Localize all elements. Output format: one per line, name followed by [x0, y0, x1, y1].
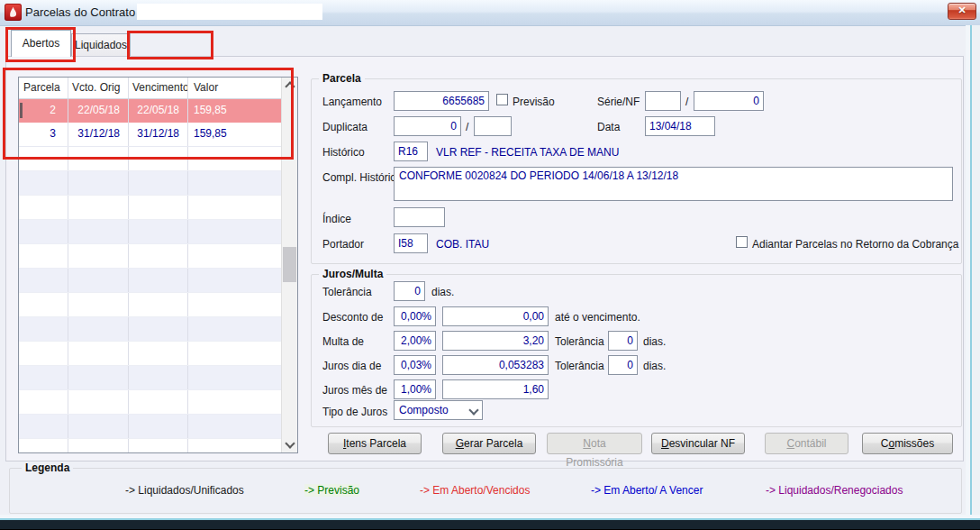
- column-header-vencimento[interactable]: Vencimento: [129, 78, 188, 98]
- juros-dia-tolerancia-input[interactable]: [608, 355, 638, 375]
- juros-dia-label: Juros dia de: [322, 360, 381, 372]
- app-icon: [5, 4, 22, 21]
- gerar-parcela-button[interactable]: Gerar Parcela: [442, 433, 536, 454]
- ate-vencimento-label: até o vencimento.: [555, 311, 640, 324]
- tolerancia-label: Tolerância: [322, 286, 372, 298]
- historico-code-input[interactable]: [394, 142, 428, 161]
- desvincular-nf-button[interactable]: Desvincular NF: [651, 433, 745, 454]
- multa-valor-input[interactable]: [442, 331, 549, 351]
- juros-dia-pct-input[interactable]: [394, 355, 436, 375]
- portador-label: Portador: [322, 238, 364, 251]
- historico-description: VLR REF - RECEITA TAXA DE MANU: [436, 146, 619, 159]
- serie-input[interactable]: [645, 91, 681, 111]
- table-row-empty: [19, 147, 284, 171]
- table-row-empty: [19, 439, 284, 453]
- cell-parcela: 3: [19, 123, 68, 146]
- duplicata-seq-input[interactable]: [474, 116, 512, 136]
- table-row-empty: [19, 269, 284, 293]
- parcela-group-title: Parcela: [319, 72, 365, 85]
- table-row-empty: [19, 196, 284, 220]
- nota-promissoria-button: Nota Promissória: [547, 433, 642, 454]
- cell-vcto-orig: 31/12/18: [68, 123, 129, 146]
- cell-parcela: 2: [19, 99, 68, 123]
- row-cursor-marker: [20, 103, 23, 118]
- nf-input[interactable]: [694, 91, 764, 111]
- serie-nf-label: Série/NF: [597, 96, 640, 108]
- juros-mes-pct-input[interactable]: [394, 379, 436, 399]
- juros-dia-dias-label: dias.: [643, 360, 666, 372]
- previsao-checkbox[interactable]: [496, 94, 508, 105]
- table-row-empty: [19, 390, 284, 415]
- data-input[interactable]: [645, 116, 715, 136]
- lancamento-label: Lançamento: [322, 96, 382, 108]
- table-row-empty: [19, 317, 284, 342]
- tolerancia-dias-label: dias.: [431, 286, 454, 298]
- window-border-bottom: [0, 515, 980, 530]
- window-title: Parcelas do Contrato -: [25, 5, 142, 19]
- adiantar-parcelas-checkbox[interactable]: [736, 236, 748, 248]
- table-row-empty: [19, 220, 284, 244]
- table-scrollbar[interactable]: [281, 78, 297, 452]
- close-icon: ✕: [957, 5, 966, 15]
- table-row-empty: [19, 366, 284, 390]
- column-header-parcela[interactable]: Parcela: [19, 78, 68, 98]
- tipo-juros-select[interactable]: Composto: [394, 400, 483, 420]
- desconto-valor-input[interactable]: [442, 306, 549, 326]
- title-bar: Parcelas do Contrato - ✕: [0, 0, 980, 26]
- multa-tolerancia-input[interactable]: [608, 331, 638, 351]
- legend-liquidados-renegociados: -> Liquidados/Renegociados: [766, 484, 903, 497]
- comissoes-button[interactable]: Comissões: [862, 433, 953, 454]
- desconto-label: Desconto de: [322, 311, 383, 324]
- column-header-valor[interactable]: Valor: [188, 78, 284, 98]
- contabil-button: Contábil: [765, 433, 848, 454]
- title-redaction-box: [137, 4, 322, 20]
- serie-nf-slash: /: [685, 96, 688, 108]
- duplicata-label: Duplicata: [322, 121, 368, 133]
- indice-label: Índice: [322, 213, 351, 225]
- legend-em-aberto-vencidos: -> Em Aberto/Vencidos: [420, 484, 530, 497]
- legend-em-aberto-a-vencer: -> Em Aberto/ A Vencer: [591, 484, 703, 497]
- compl-historico-textarea[interactable]: CONFORME 0020824 DO PERIODO 14/06/18 A 1…: [394, 167, 953, 201]
- table-row[interactable]: 3 31/12/18 31/12/18 159,85: [19, 123, 284, 147]
- tab-liquidados[interactable]: Liquidados: [71, 33, 131, 57]
- previsao-label: Previsão: [513, 96, 555, 108]
- tolerancia-input[interactable]: [394, 281, 425, 301]
- table-row-empty: [19, 244, 284, 269]
- close-button[interactable]: ✕: [948, 3, 976, 20]
- chevron-down-icon: [468, 405, 478, 415]
- cell-vencimento: 31/12/18: [129, 123, 188, 146]
- window-border-right: [966, 25, 980, 516]
- legend-previsao: -> Previsão: [304, 484, 359, 497]
- juros-mes-label: Juros mês de: [322, 384, 387, 397]
- data-label: Data: [597, 121, 620, 133]
- table-row-empty: [19, 415, 284, 439]
- cell-valor: 159,85: [188, 123, 284, 146]
- table-row-empty: [19, 171, 284, 196]
- table-row-selected[interactable]: 2 22/05/18 22/05/18 159,85: [19, 99, 284, 123]
- scrollbar-thumb[interactable]: [283, 247, 296, 282]
- multa-label: Multa de: [322, 335, 364, 348]
- column-header-vcto-orig[interactable]: Vcto. Orig: [68, 78, 129, 98]
- compl-historico-label: Compl. Histórico: [322, 171, 402, 184]
- cell-valor: 159,85: [188, 99, 284, 123]
- lancamento-input[interactable]: [394, 91, 489, 111]
- table-row-empty: [19, 342, 284, 366]
- indice-input[interactable]: [394, 207, 445, 227]
- duplicata-input[interactable]: [394, 116, 461, 136]
- tipo-juros-value: Composto: [399, 404, 449, 416]
- adiantar-parcelas-label: Adiantar Parcelas no Retorno da Cobrança: [752, 238, 958, 251]
- multa-tolerancia-label: Tolerância: [555, 335, 604, 348]
- juros-mes-valor-input[interactable]: [442, 379, 549, 399]
- tab-abertos[interactable]: Abertos: [11, 30, 71, 57]
- multa-pct-input[interactable]: [394, 331, 436, 351]
- legenda-group-title: Legenda: [22, 461, 73, 474]
- table-row-empty: [19, 293, 284, 317]
- tipo-juros-label: Tipo de Juros: [322, 406, 387, 418]
- portador-code-input[interactable]: [394, 233, 428, 253]
- multa-dias-label: dias.: [643, 335, 666, 348]
- scroll-up-icon[interactable]: [282, 78, 297, 93]
- desconto-pct-input[interactable]: [394, 306, 436, 326]
- scroll-down-icon[interactable]: [282, 437, 297, 452]
- itens-parcela-button[interactable]: Itens Parcela: [328, 433, 422, 454]
- juros-dia-valor-input[interactable]: [442, 355, 549, 375]
